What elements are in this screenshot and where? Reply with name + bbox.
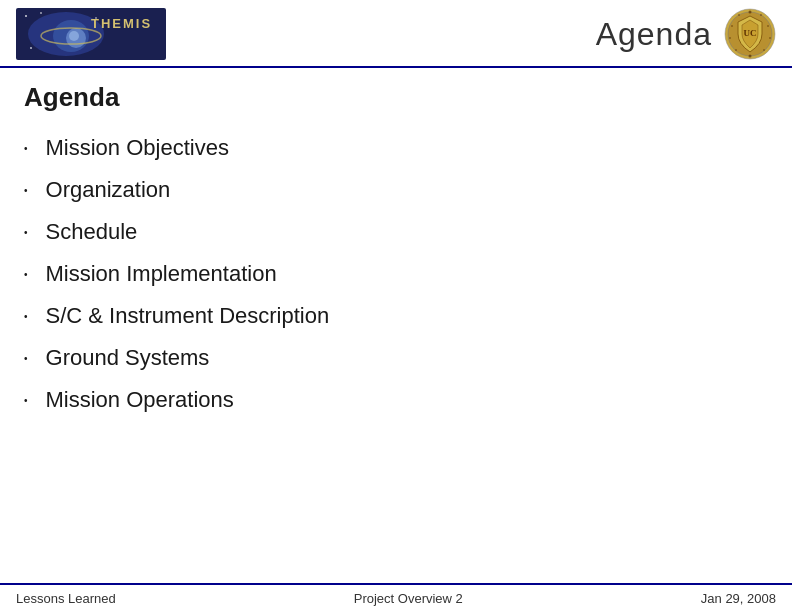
svg-text:UC: UC — [744, 28, 757, 38]
svg-point-7 — [30, 47, 32, 49]
bullet-dot-icon: • — [24, 269, 28, 280]
bullet-dot-icon: • — [24, 395, 28, 406]
footer-center: Project Overview 2 — [354, 591, 463, 606]
svg-point-20 — [735, 49, 737, 51]
svg-point-19 — [749, 55, 752, 58]
svg-point-23 — [738, 14, 740, 16]
list-item: •Ground Systems — [24, 337, 768, 379]
bullet-dot-icon: • — [24, 353, 28, 364]
agenda-list: •Mission Objectives•Organization•Schedul… — [24, 127, 768, 421]
bullet-dot-icon: • — [24, 311, 28, 322]
svg-text:THEMIS: THEMIS — [91, 16, 152, 31]
footer-right: Jan 29, 2008 — [701, 591, 776, 606]
bullet-text: Mission Operations — [46, 387, 234, 413]
footer-left: Lessons Learned — [16, 591, 116, 606]
bullet-text: Organization — [46, 177, 171, 203]
svg-point-22 — [731, 25, 733, 27]
list-item: •S/C & Instrument Description — [24, 295, 768, 337]
university-emblem: UC — [724, 8, 776, 60]
bullet-text: Mission Implementation — [46, 261, 277, 287]
bullet-text: Schedule — [46, 219, 138, 245]
header-title: Agenda — [596, 16, 712, 53]
svg-point-17 — [769, 37, 771, 39]
svg-point-21 — [729, 37, 731, 39]
svg-point-14 — [749, 11, 752, 14]
themis-logo: THEMIS — [16, 8, 166, 60]
bullet-dot-icon: • — [24, 185, 28, 196]
content-area: •Mission Objectives•Organization•Schedul… — [0, 123, 792, 421]
bullet-text: S/C & Instrument Description — [46, 303, 330, 329]
svg-point-4 — [69, 31, 79, 41]
list-item: •Mission Implementation — [24, 253, 768, 295]
svg-point-18 — [763, 49, 765, 51]
svg-point-15 — [760, 14, 762, 16]
page-title: Agenda — [0, 68, 792, 123]
svg-point-16 — [767, 25, 769, 27]
list-item: •Organization — [24, 169, 768, 211]
header: THEMIS Agenda UC — [0, 0, 792, 68]
svg-point-6 — [40, 12, 42, 14]
header-right: Agenda UC — [596, 8, 776, 60]
list-item: •Mission Objectives — [24, 127, 768, 169]
bullet-dot-icon: • — [24, 143, 28, 154]
bullet-dot-icon: • — [24, 227, 28, 238]
bullet-text: Mission Objectives — [46, 135, 229, 161]
svg-point-5 — [25, 15, 27, 17]
footer: Lessons Learned Project Overview 2 Jan 2… — [0, 583, 792, 612]
bullet-text: Ground Systems — [46, 345, 210, 371]
list-item: •Mission Operations — [24, 379, 768, 421]
list-item: •Schedule — [24, 211, 768, 253]
